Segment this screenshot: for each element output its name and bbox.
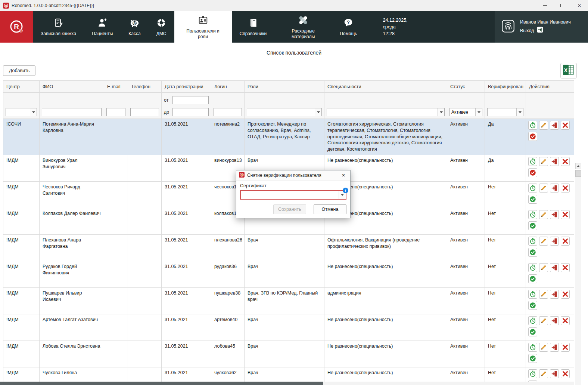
delete-button[interactable]: [561, 369, 570, 378]
verify-toggle-button[interactable]: [528, 327, 537, 336]
close-button[interactable]: ✕: [571, 0, 588, 11]
chevron-down-icon[interactable]: [475, 108, 482, 116]
schedule-button[interactable]: [528, 343, 537, 352]
nav-item-notebook[interactable]: Записная книжка: [33, 11, 84, 43]
horizontal-scrollbar[interactable]: [0, 382, 574, 385]
delete-button[interactable]: [561, 343, 570, 352]
impersonate-button[interactable]: [550, 184, 559, 192]
maximize-button[interactable]: [554, 0, 571, 11]
verify-toggle-button[interactable]: [528, 354, 537, 363]
nav-item-help[interactable]: ?Помощь: [332, 11, 365, 43]
minimize-button[interactable]: [536, 0, 554, 11]
edit-button[interactable]: [539, 210, 548, 219]
logout-button[interactable]: Выход: [520, 27, 571, 36]
verify-toggle-button[interactable]: [528, 274, 537, 283]
status-filter-input[interactable]: [450, 108, 475, 116]
impersonate-button[interactable]: [550, 157, 559, 166]
fingerprint-icon[interactable]: [501, 19, 515, 34]
chevron-down-icon[interactable]: [438, 108, 444, 116]
column-header-1[interactable]: ФИО: [40, 81, 104, 93]
verified-filter-input[interactable]: [488, 108, 516, 116]
column-header-7[interactable]: Специальности: [324, 81, 447, 93]
table-row[interactable]: !МДМ Плеханова Анара Фаргатовна 31.05.20…: [3, 234, 574, 261]
schedule-button[interactable]: [528, 210, 537, 219]
edit-button[interactable]: [539, 237, 548, 246]
impersonate-button[interactable]: [550, 290, 559, 299]
impersonate-button[interactable]: [550, 237, 559, 246]
verify-toggle-button[interactable]: [528, 248, 537, 257]
email-filter-input[interactable]: [106, 108, 125, 116]
column-header-10[interactable]: Действия: [526, 81, 574, 93]
verify-toggle-button[interactable]: [528, 132, 537, 141]
delete-button[interactable]: [561, 157, 570, 166]
add-user-button[interactable]: Добавить: [3, 65, 35, 76]
edit-button[interactable]: [539, 157, 548, 166]
nav-item-cashdesk[interactable]: PКасса: [121, 11, 148, 43]
table-row[interactable]: !МДМ Рудаков Гордей Филиппович 31.05.202…: [3, 261, 574, 287]
edit-button[interactable]: [539, 369, 548, 378]
impersonate-button[interactable]: [550, 210, 559, 219]
verify-toggle-button[interactable]: [528, 221, 537, 230]
schedule-button[interactable]: [528, 316, 537, 325]
date-from-input[interactable]: [172, 96, 209, 104]
schedule-button[interactable]: [528, 157, 537, 166]
vertical-scrollbar-thumb[interactable]: [575, 170, 581, 177]
dialog-close-button[interactable]: ✕: [339, 171, 348, 179]
vertical-scrollbar[interactable]: [575, 163, 581, 385]
column-header-2[interactable]: E-mail: [104, 81, 128, 93]
schedule-button[interactable]: [528, 290, 537, 299]
nav-item-dms[interactable]: ДМС: [149, 11, 174, 43]
column-header-0[interactable]: Центр: [3, 81, 40, 93]
date-to-input[interactable]: [172, 108, 209, 116]
verify-toggle-button[interactable]: [528, 168, 537, 177]
impersonate-button[interactable]: [550, 343, 559, 352]
table-row[interactable]: !МДМ Пушкарев Ильвир Исаевич 31.05.2021 …: [3, 287, 574, 314]
certificate-select[interactable]: i: [240, 190, 346, 200]
chevron-down-icon[interactable]: [516, 108, 523, 116]
status-filter[interactable]: [449, 108, 482, 116]
schedule-button[interactable]: [528, 184, 537, 192]
table-row[interactable]: !СОЧИ Потемкина Анна-Мария Карловна 31.0…: [3, 119, 574, 155]
horizontal-scrollbar-thumb[interactable]: [0, 382, 323, 385]
nav-item-consumables[interactable]: Расходные материалы: [274, 11, 332, 43]
edit-button[interactable]: [539, 343, 548, 352]
chevron-down-icon[interactable]: [315, 108, 321, 116]
scroll-up-button[interactable]: [575, 163, 581, 169]
column-header-9[interactable]: Верифицирован: [485, 81, 526, 93]
delete-button[interactable]: [561, 184, 570, 192]
delete-button[interactable]: [561, 316, 570, 325]
save-button[interactable]: Сохранить: [273, 204, 306, 214]
delete-button[interactable]: [561, 210, 570, 219]
vertical-scrollbar-track[interactable]: [575, 177, 581, 385]
cancel-button[interactable]: Отмена: [314, 204, 346, 214]
delete-button[interactable]: [561, 237, 570, 246]
nav-item-users_roles[interactable]: Пользователи и роли: [174, 11, 232, 43]
schedule-button[interactable]: [528, 237, 537, 246]
table-row[interactable]: !МДМ Лобова Стелла Эрнстовна 31.05.2021 …: [3, 341, 574, 367]
verify-toggle-button[interactable]: [528, 195, 537, 204]
edit-button[interactable]: [539, 184, 548, 192]
schedule-button[interactable]: [528, 121, 537, 130]
robomed-home-logo[interactable]: RR: [0, 11, 33, 43]
edit-button[interactable]: [539, 316, 548, 325]
roles-filter[interactable]: [247, 108, 322, 116]
schedule-button[interactable]: [528, 263, 537, 272]
export-excel-button[interactable]: X: [560, 63, 577, 78]
dialog-title-bar[interactable]: R Снятие верификации пользователя ✕: [236, 170, 350, 181]
edit-button[interactable]: [539, 263, 548, 272]
impersonate-button[interactable]: [550, 316, 559, 325]
center-filter[interactable]: [6, 108, 37, 116]
certificate-input[interactable]: [241, 191, 339, 199]
table-row[interactable]: !МДМ Артемов Талгат Азатович 31.05.2021 …: [3, 314, 574, 341]
delete-button[interactable]: [561, 263, 570, 272]
roles-filter-input[interactable]: [247, 108, 315, 116]
column-header-4[interactable]: Дата регистрации: [162, 81, 211, 93]
column-header-8[interactable]: Статус: [447, 81, 485, 93]
impersonate-button[interactable]: [550, 121, 559, 130]
verified-filter[interactable]: [487, 108, 523, 116]
schedule-button[interactable]: [528, 369, 537, 378]
phone-filter-input[interactable]: [130, 108, 159, 116]
impersonate-button[interactable]: [550, 263, 559, 272]
column-header-5[interactable]: Логин: [211, 81, 245, 93]
column-header-6[interactable]: Роли: [245, 81, 324, 93]
